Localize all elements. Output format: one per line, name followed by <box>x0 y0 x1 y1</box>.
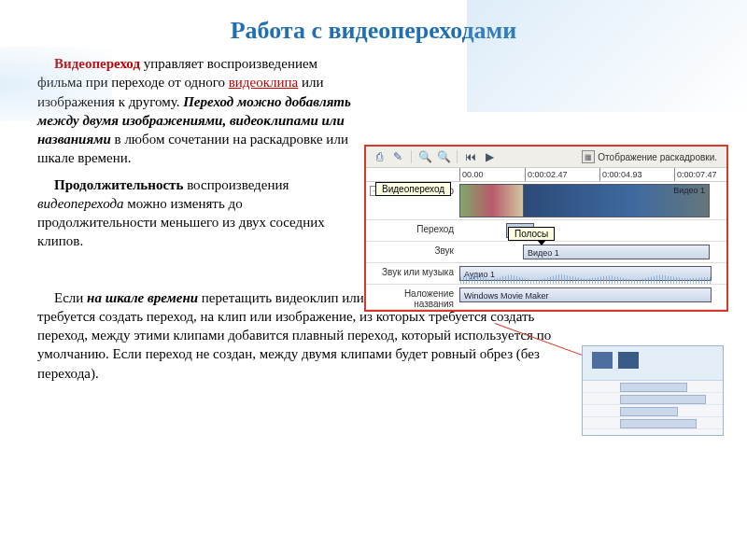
callout-transition: Видеопереход <box>375 182 451 196</box>
mini-bar-3 <box>620 407 678 416</box>
audio-clip[interactable]: Аудио 1 <box>459 266 712 281</box>
ruler-tick-3: 0:00:04.93 <box>599 168 642 181</box>
track-music: Звук или музыка Аудио 1 <box>366 263 726 285</box>
p2-lead: Продолжительность <box>54 177 183 192</box>
tool-icon-1[interactable]: ⎙ <box>372 149 387 164</box>
video-clip-2[interactable]: Видео 1 <box>523 184 710 217</box>
videoclip-link[interactable]: видеоклипа <box>229 75 298 90</box>
audio-waveform <box>460 271 711 284</box>
zoom-out-icon[interactable]: 🔍 <box>436 149 451 164</box>
overlay-clip[interactable]: Windows Movie Maker <box>459 287 712 302</box>
zoom-in-icon[interactable]: 🔍 <box>417 149 432 164</box>
mini-thumb-1 <box>592 352 613 369</box>
mini-timeline-preview <box>582 345 724 436</box>
play-icon[interactable]: ▶ <box>482 149 497 164</box>
toolbar-separator <box>411 150 412 163</box>
rewind-icon[interactable]: ⏮ <box>463 149 478 164</box>
time-ruler: 00.00 0:00:02.47 0:00:04.93 0:00:07.47 <box>366 168 726 182</box>
mini-bar-1 <box>620 383 687 392</box>
ruler-tick-4: 0:00:07.47 <box>674 168 717 181</box>
timeline-editor-screenshot: ⎙ ✎ 🔍 🔍 ⏮ ▶ ▦ Отображение раскадровки. 0… <box>364 145 728 312</box>
p3-a: Если <box>54 290 87 305</box>
track-overlay: Наложение названия Windows Movie Maker <box>366 285 726 310</box>
p3-bi: на шкале времени <box>87 290 198 305</box>
track-label-music: Звук или музыка <box>366 263 459 284</box>
video-clip-1[interactable] <box>459 184 525 217</box>
mini-bar-2 <box>620 395 706 404</box>
p1-lead: Видеопереход <box>54 56 140 71</box>
video-clip-2-caption: Видео 1 <box>673 186 705 195</box>
sound-clip[interactable]: Видео 1 <box>523 245 710 259</box>
storyboard-label: Отображение раскадровки. <box>598 152 717 162</box>
track-sound: Звук Видео 1 <box>366 242 726 263</box>
ruler-tick-2: 0:00:02.47 <box>525 168 568 181</box>
page-title: Работа с видеопереходами <box>0 17 747 45</box>
track-label-transition: Переход <box>366 220 459 241</box>
storyboard-icon: ▦ <box>582 150 595 163</box>
callout-stripes: Полосы <box>508 227 555 241</box>
editor-toolbar: ⎙ ✎ 🔍 🔍 ⏮ ▶ ▦ Отображение раскадровки. <box>366 147 726 168</box>
storyboard-toggle[interactable]: ▦ Отображение раскадровки. <box>582 150 721 163</box>
track-label-sound: Звук <box>366 242 459 262</box>
mini-thumb-2 <box>618 352 639 369</box>
mini-preview-top <box>583 346 723 381</box>
paragraph-1: Видеопереход управляет воспроизведением … <box>37 54 355 168</box>
ruler-tick-1: 00.00 <box>459 168 484 181</box>
p2-a: воспроизведения <box>183 177 289 192</box>
track-label-overlay: Наложение названия <box>366 285 459 309</box>
mini-bar-4 <box>620 419 697 428</box>
tool-icon-2[interactable]: ✎ <box>390 149 405 164</box>
paragraph-2: Продолжительность воспроизведения видеоп… <box>37 175 355 251</box>
toolbar-separator <box>457 150 458 163</box>
p2-italic: видеоперехода <box>37 196 124 211</box>
